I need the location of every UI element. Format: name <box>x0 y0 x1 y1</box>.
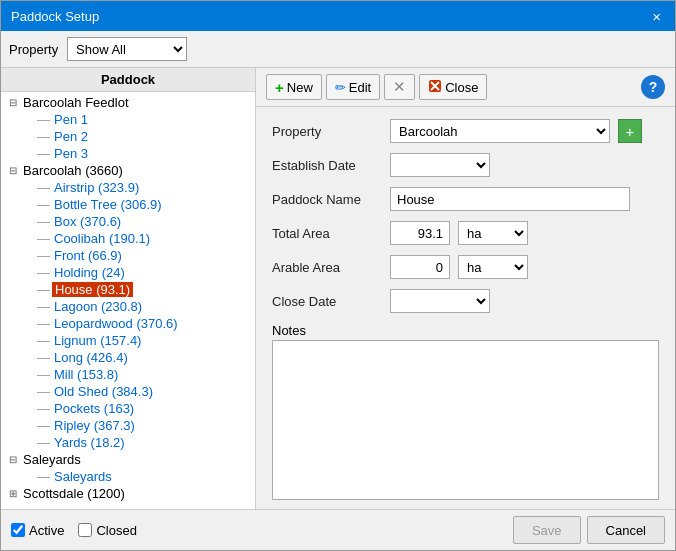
tree-item-label: Lagoon (230.8) <box>52 299 142 314</box>
window-title: Paddock Setup <box>11 9 99 24</box>
add-property-button[interactable]: + <box>618 119 642 143</box>
tree-dash: — <box>37 316 50 331</box>
close-label: Close <box>445 80 478 95</box>
tree-dash: — <box>37 367 50 382</box>
form-paddock-name-input[interactable] <box>390 187 630 211</box>
list-item[interactable]: —Ripley (367.3) <box>1 417 255 434</box>
active-label: Active <box>29 523 64 538</box>
bottom-bar: Active Closed Save Cancel <box>1 509 675 550</box>
edit-icon: ✏ <box>335 80 346 95</box>
tree-item-label: Holding (24) <box>52 265 125 280</box>
list-item[interactable]: —Yards (18.2) <box>1 434 255 451</box>
window-close-button[interactable]: × <box>648 9 665 24</box>
tree-toggle-icon: ⊟ <box>5 454 21 465</box>
form-area: Property Barcoolah + Establish Date <box>256 107 675 509</box>
help-button[interactable]: ? <box>641 75 665 99</box>
form-arable-area-input[interactable] <box>390 255 450 279</box>
save-button[interactable]: Save <box>513 516 581 544</box>
form-total-area-input[interactable] <box>390 221 450 245</box>
form-paddock-name-row: Paddock Name <box>272 187 659 211</box>
tree-item-label: Pen 1 <box>52 112 88 127</box>
property-filter-select[interactable]: Show All <box>67 37 187 61</box>
list-item[interactable]: —Pen 2 <box>1 128 255 145</box>
tree-dash: — <box>37 214 50 229</box>
active-checkbox[interactable] <box>11 523 25 537</box>
cancel-button[interactable]: Cancel <box>587 516 665 544</box>
closed-checkbox[interactable] <box>78 523 92 537</box>
list-item[interactable]: —Holding (24) <box>1 264 255 281</box>
form-total-area-row: Total Area ha acres <box>272 221 659 245</box>
list-item[interactable]: ⊟Barcoolah (3660) <box>1 162 255 179</box>
form-arable-area-unit-select[interactable]: ha acres <box>458 255 528 279</box>
tree-dash: — <box>37 231 50 246</box>
list-item[interactable]: —House (93.1) <box>1 281 255 298</box>
list-item[interactable]: ⊟Saleyards <box>1 451 255 468</box>
tree-dash: — <box>37 197 50 212</box>
tree-header: Paddock <box>1 68 255 92</box>
title-bar: Paddock Setup × <box>1 1 675 31</box>
edit-button[interactable]: ✏ Edit <box>326 74 380 100</box>
form-close-date-select[interactable] <box>390 289 490 313</box>
form-close-date-label: Close Date <box>272 294 382 309</box>
tree-container[interactable]: ⊟Barcoolah Feedlot—Pen 1—Pen 2—Pen 3⊟Bar… <box>1 92 255 509</box>
active-checkbox-label[interactable]: Active <box>11 523 64 538</box>
tree-dash: — <box>37 333 50 348</box>
close-button[interactable]: Close <box>419 74 487 100</box>
form-property-select[interactable]: Barcoolah <box>390 119 610 143</box>
form-establish-date-select[interactable] <box>390 153 490 177</box>
tree-toggle-icon: ⊞ <box>5 488 21 499</box>
tree-toggle-icon: ⊟ <box>5 165 21 176</box>
tree-dash: — <box>37 469 50 484</box>
tree-item-label: Pockets (163) <box>52 401 134 416</box>
form-total-area-unit-select[interactable]: ha acres <box>458 221 528 245</box>
list-item[interactable]: —Bottle Tree (306.9) <box>1 196 255 213</box>
tree-item-label: Barcoolah Feedlot <box>21 95 129 110</box>
checkbox-row: Active Closed <box>11 523 137 538</box>
main-content: Paddock ⊟Barcoolah Feedlot—Pen 1—Pen 2—P… <box>1 68 675 509</box>
tree-item-label: Old Shed (384.3) <box>52 384 153 399</box>
list-item[interactable]: —Saleyards <box>1 468 255 485</box>
list-item[interactable]: —Mill (153.8) <box>1 366 255 383</box>
tree-dash: — <box>37 180 50 195</box>
tree-dash: — <box>37 265 50 280</box>
list-item[interactable]: —Lagoon (230.8) <box>1 298 255 315</box>
form-notes-textarea[interactable] <box>272 340 659 500</box>
property-filter-row: Property Show All <box>1 31 675 68</box>
tree-item-label: Airstrip (323.9) <box>52 180 139 195</box>
tree-item-label: Yards (18.2) <box>52 435 125 450</box>
list-item[interactable]: —Coolibah (190.1) <box>1 230 255 247</box>
list-item[interactable]: —Lignum (157.4) <box>1 332 255 349</box>
tree-item-label: Scottsdale (1200) <box>21 486 125 501</box>
closed-checkbox-label[interactable]: Closed <box>78 523 136 538</box>
closed-label: Closed <box>96 523 136 538</box>
list-item[interactable]: —Old Shed (384.3) <box>1 383 255 400</box>
close-icon <box>428 79 442 96</box>
tree-item-label: House (93.1) <box>52 282 133 297</box>
tree-item-label: Barcoolah (3660) <box>21 163 123 178</box>
new-button[interactable]: + New <box>266 74 322 100</box>
tree-dash: — <box>37 112 50 127</box>
list-item[interactable]: —Long (426.4) <box>1 349 255 366</box>
list-item[interactable]: —Box (370.6) <box>1 213 255 230</box>
tree-dash: — <box>37 282 50 297</box>
list-item[interactable]: —Airstrip (323.9) <box>1 179 255 196</box>
tree-dash: — <box>37 146 50 161</box>
window-body: Property Show All Paddock ⊟Barcoolah Fee… <box>1 31 675 550</box>
list-item[interactable]: —Leopardwood (370.6) <box>1 315 255 332</box>
tree-dash: — <box>37 129 50 144</box>
paddock-setup-window: Paddock Setup × Property Show All Paddoc… <box>0 0 676 551</box>
delete-button[interactable]: ✕ <box>384 74 415 100</box>
edit-label: Edit <box>349 80 371 95</box>
tree-toggle-icon: ⊟ <box>5 97 21 108</box>
list-item[interactable]: —Pen 1 <box>1 111 255 128</box>
form-close-date-row: Close Date <box>272 289 659 313</box>
list-item[interactable]: —Pockets (163) <box>1 400 255 417</box>
tree-item-label: Mill (153.8) <box>52 367 118 382</box>
right-panel: + New ✏ Edit ✕ Close <box>256 68 675 509</box>
tree-dash: — <box>37 299 50 314</box>
list-item[interactable]: ⊞Scottsdale (1200) <box>1 485 255 502</box>
list-item[interactable]: ⊟Barcoolah Feedlot <box>1 94 255 111</box>
list-item[interactable]: —Front (66.9) <box>1 247 255 264</box>
tree-item-label: Saleyards <box>52 469 112 484</box>
list-item[interactable]: —Pen 3 <box>1 145 255 162</box>
